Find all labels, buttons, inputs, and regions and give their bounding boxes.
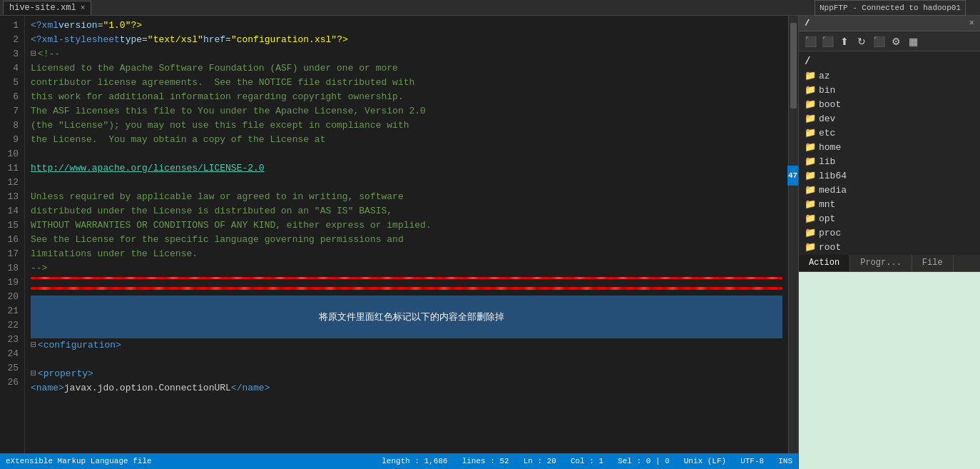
tree-item-mnt[interactable]: 📁mnt [799,197,980,211]
file-tree-toolbar: ⬛ ⬛ ⬆ ↻ ⬛ ⚙ ▦ [799,31,980,51]
code-line: Unless required by applicable law or agr… [31,190,782,204]
line-number: 5 [3,76,19,90]
col-info: Col : 1 [571,457,603,465]
toolbar-stop-button[interactable]: ⬛ [872,34,886,49]
scrollbar-thumb[interactable] [790,23,797,109]
code-line: http://www.apache.org/licenses/LICENSE-2… [31,161,782,176]
line-number: 4 [3,61,19,76]
line-number: 15 [3,218,19,233]
editor-scrollbar[interactable] [788,16,798,453]
folder-icon: 📁 [805,156,816,167]
code-line [31,324,782,338]
code-line: ⊟<configuration> [31,338,782,353]
red-annotation-line [31,276,782,280]
toolbar-settings-button[interactable]: ⚙ [889,34,903,49]
close-panel-icon[interactable]: × [969,19,974,29]
tree-item-media[interactable]: 📁media [799,183,980,197]
tree-item-proc[interactable]: 📁proc [799,226,980,240]
title-bar: hive-site.xml × NppFTP - Connected to ha… [0,0,980,16]
tree-item-boot[interactable]: 📁boot [799,97,980,111]
code-line: <?xml version="1.0"?> [31,19,782,33]
code-line: ⊟<property> [31,367,782,381]
toolbar-back-button[interactable]: ⬛ [803,34,817,49]
tree-item-label: etc [819,128,835,138]
folder-icon: 📁 [805,184,816,196]
file-tree: /📁az📁bin📁boot📁dev📁etc📁home📁lib📁lib64📁med… [799,51,980,255]
line-number: 20 [3,290,19,304]
ins-mode: INS [778,457,792,465]
code-line: limitations under the License. [31,247,782,261]
code-line: The ASF licenses this file to You under … [31,104,782,118]
toolbar-refresh-button[interactable]: ↻ [854,34,869,49]
code-area[interactable]: <?xml version="1.0"?><?xml-stylesheet ty… [25,16,788,453]
folder-icon: 📁 [805,113,816,124]
editor-tab[interactable]: hive-site.xml × [3,1,91,15]
bottom-tab-action[interactable]: Action [799,255,850,271]
tree-item-label: opt [819,213,835,224]
line-number: 8 [3,118,19,133]
code-line: Licensed to the Apache Software Foundati… [31,61,782,76]
tree-item-az[interactable]: 📁az [799,69,980,83]
line-number: 7 [3,104,19,118]
code-line: the License. You may obtain a copy of th… [31,133,782,147]
code-line [31,147,782,161]
line-number: 6 [3,90,19,104]
right-panel-title: / × [799,16,980,31]
folder-icon: 📁 [805,213,816,224]
tree-item-label: root [819,242,841,253]
toolbar-forward-button[interactable]: ⬛ [820,34,834,49]
line-number: 12 [3,176,19,190]
folder-icon: 📁 [805,227,816,238]
bottom-tab-file[interactable]: File [912,255,954,271]
folder-icon: 📁 [805,70,816,81]
line-number: 17 [3,247,19,261]
tree-item-label: lib [819,156,835,167]
line-number: 16 [3,233,19,247]
status-right: length : 1,686 lines : 52 Ln : 20 Col : … [382,457,792,465]
line-number: 9 [3,133,19,147]
editor-content: 1234567891011121314151617181920212223242… [0,16,798,453]
folder-icon: 📁 [805,198,816,210]
tree-item-label: home [819,142,841,153]
red-squiggle-line [31,281,782,296]
tree-item-dev[interactable]: 📁dev [799,111,980,126]
toolbar-more-button[interactable]: ▦ [906,34,920,49]
line-number: 2 [3,33,19,47]
file-type: eXtensible Markup Language file [6,457,152,465]
tree-item-root[interactable]: 📁root [799,240,980,254]
tree-item-label: az [819,71,830,81]
status-bar: eXtensible Markup Language file length :… [0,453,798,469]
tree-item-etc[interactable]: 📁etc [799,126,980,140]
tree-item-bin[interactable]: 📁bin [799,83,980,97]
tree-item-opt[interactable]: 📁opt [799,211,980,226]
ln-info: Ln : 20 [524,457,556,465]
tree-item-label: dev [819,114,835,124]
tree-item-label: proc [819,228,841,238]
tree-item-lib[interactable]: 📁lib [799,154,980,168]
code-line: See the License for the specific languag… [31,233,782,247]
bottom-tabs: ActionProgr...File [799,255,980,272]
tab-close-button[interactable]: × [81,4,86,12]
code-line: contributor license agreements. See the … [31,76,782,90]
code-line: <?xml-stylesheet type="text/xsl" href="c… [31,33,782,47]
tree-root[interactable]: / [799,54,980,69]
right-panel-path: / [805,19,810,29]
tab-label: hive-site.xml [9,3,76,13]
bottom-tab-progr[interactable]: Progr... [850,255,912,271]
npp-title: NppFTP - Connected to hadoop01 [815,0,966,16]
sel-info: Sel : 0 | 0 [618,457,670,465]
tree-item-home[interactable]: 📁home [799,140,980,154]
code-line: distributed under the License is distrib… [31,204,782,218]
tree-item-label: media [819,185,847,196]
code-line: <name>javax.jdo.option.ConnectionURL</na… [31,381,782,395]
folder-icon: 📁 [805,141,816,153]
code-line: this work for additional information reg… [31,90,782,104]
code-line-redline: --> [31,261,782,276]
line-number: 11 [3,161,19,176]
line-numbers: 1234567891011121314151617181920212223242… [0,16,25,453]
right-panel: / × ⬛ ⬛ ⬆ ↻ ⬛ ⚙ ▦ /📁az📁bin📁boot📁dev📁etc📁… [798,16,980,469]
toolbar-up-button[interactable]: ⬆ [837,34,852,49]
tree-item-lib64[interactable]: 📁lib64 [799,168,980,183]
length-info: length : 1,686 [382,457,447,465]
tree-item-label: lib64 [819,171,847,181]
